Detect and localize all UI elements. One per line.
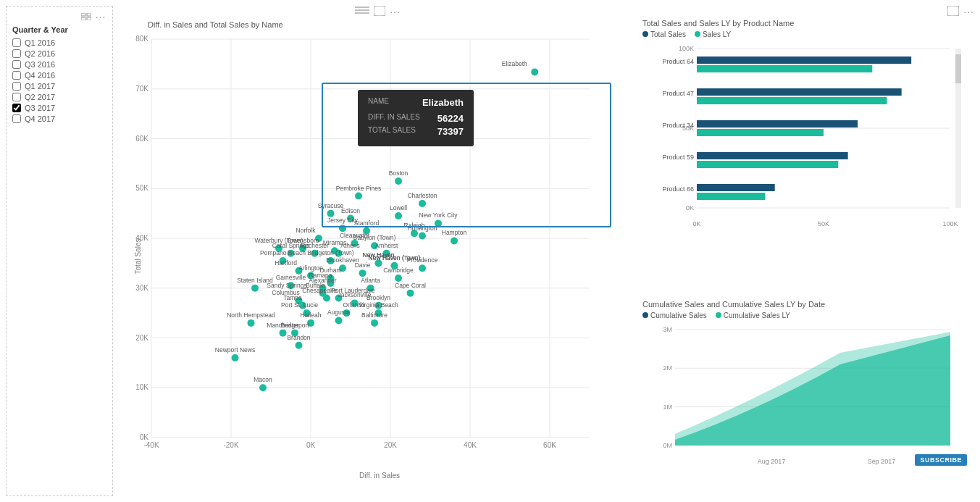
filter-item[interactable]: Q1 2017 xyxy=(12,82,106,91)
svg-rect-7 xyxy=(374,6,385,16)
svg-rect-1 xyxy=(87,13,91,16)
filter-item[interactable]: Q1 2016 xyxy=(12,38,106,47)
filter-panel: ··· Quarter & Year Q1 2016Q2 2016Q3 2016… xyxy=(6,6,113,496)
more-dots-right[interactable]: ··· xyxy=(963,6,974,17)
svg-rect-2 xyxy=(81,17,85,20)
filter-item[interactable]: Q4 2017 xyxy=(12,114,106,123)
more-dots-center[interactable]: ··· xyxy=(390,6,401,17)
grid-icon[interactable] xyxy=(80,12,92,21)
scatter-panel: ··· Diff. in Sales and Total Sales by Na… xyxy=(119,6,637,496)
legend-sales-ly: Sales LY xyxy=(695,30,731,38)
legend-total-sales: Total Sales xyxy=(642,30,686,38)
filter-title: Quarter & Year xyxy=(12,25,106,34)
expand-icon[interactable] xyxy=(355,6,369,14)
svg-rect-0 xyxy=(81,13,85,16)
cum-legend-sales: Cumulative Sales xyxy=(642,311,707,319)
cumulative-section: Cumulative Sales and Cumulative Sales LY… xyxy=(642,300,974,496)
scatter-canvas[interactable] xyxy=(119,32,604,467)
expand2-icon[interactable] xyxy=(374,6,385,16)
filter-item[interactable]: Q4 2016 xyxy=(12,71,106,80)
svg-rect-3 xyxy=(87,17,91,20)
center-top-icons: ··· xyxy=(119,6,637,17)
more-icon[interactable]: ··· xyxy=(95,12,106,21)
cumulative-title: Cumulative Sales and Cumulative Sales LY… xyxy=(642,300,974,309)
filter-item[interactable]: Q2 2016 xyxy=(12,49,106,58)
filter-item[interactable]: Q3 2017 xyxy=(12,104,106,112)
bar-legend: Total Sales Sales LY xyxy=(642,30,974,38)
expand3-icon[interactable] xyxy=(947,6,959,16)
filter-item[interactable]: Q3 2016 xyxy=(12,60,106,69)
right-panel: ··· Total Sales and Sales LY by Product … xyxy=(642,6,974,496)
svg-rect-8 xyxy=(947,6,959,16)
right-panel-icons: ··· xyxy=(642,6,974,17)
filter-item[interactable]: Q2 2017 xyxy=(12,93,106,101)
cum-legend: Cumulative Sales Cumulative Sales LY xyxy=(642,311,974,319)
x-axis-label: Diff. in Sales xyxy=(359,472,400,480)
panel-icons: ··· xyxy=(12,12,106,21)
subscribe-button[interactable]: SUBSCRIBE xyxy=(915,454,967,466)
cum-legend-ly: Cumulative Sales LY xyxy=(716,311,790,319)
scatter-container: Total Sales Diff. in Sales NAME Elizabet… xyxy=(119,32,637,481)
bar-canvas xyxy=(642,41,961,230)
filter-items-container: Q1 2016Q2 2016Q3 2016Q4 2016Q1 2017Q2 20… xyxy=(12,38,106,123)
bar-chart-title: Total Sales and Sales LY by Product Name xyxy=(642,19,974,28)
bar-chart-section: Total Sales and Sales LY by Product Name… xyxy=(642,19,974,294)
scatter-title: Diff. in Sales and Total Sales by Name xyxy=(119,20,637,29)
cumulative-canvas xyxy=(642,322,961,467)
